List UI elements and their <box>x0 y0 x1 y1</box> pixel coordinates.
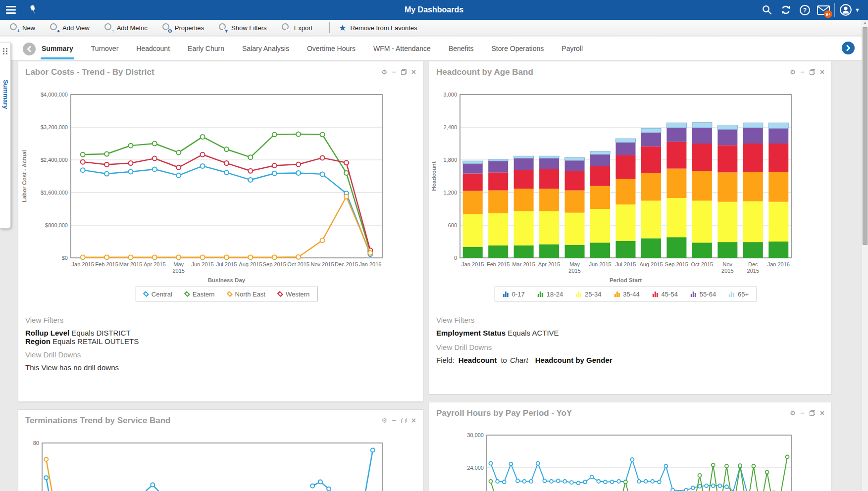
header-divider <box>834 3 835 17</box>
toolbar-icon: → <box>282 23 291 32</box>
tab-early-churn[interactable]: Early Churn <box>188 45 224 52</box>
panel-payroll-hours-yoy: Payroll Hours by Pay Period - YoY ⚙ – × … <box>429 402 832 491</box>
svg-text:May: May <box>569 261 580 267</box>
drill-down-field-line: Field:Headcount toChart Headcount by Gen… <box>436 356 613 364</box>
minimize-icon[interactable]: – <box>392 69 396 75</box>
panel-title: Terminations Trend by Service Band <box>25 416 381 426</box>
popout-icon[interactable] <box>401 418 407 423</box>
filter-row: Rollup Level Equals DISTRICT <box>25 329 139 337</box>
toolbar-button-export[interactable]: →Export <box>282 23 313 32</box>
user-avatar-icon[interactable] <box>838 0 854 20</box>
legend-marker <box>538 292 543 297</box>
legend-marker <box>503 292 509 297</box>
toolbar-icon: ↑ <box>104 23 113 32</box>
svg-text:Labor Cost - Actual: Labor Cost - Actual <box>21 150 27 202</box>
panel-title: Labor Costs - Trend - By District <box>25 67 381 77</box>
help-icon[interactable]: ? <box>797 0 813 20</box>
tab-benefits[interactable]: Benefits <box>449 45 474 52</box>
svg-text:Jun 2015: Jun 2015 <box>191 261 213 267</box>
hamburger-menu-icon[interactable] <box>0 0 22 20</box>
panel-headcount-age-band: Headcount by Age Band ⚙ – × 06001,2001,8… <box>429 61 832 394</box>
close-icon[interactable]: × <box>820 69 824 75</box>
svg-text:Apr 2015: Apr 2015 <box>144 261 166 267</box>
app-header: My Dashboards ? 9+ ▼ <box>0 0 868 20</box>
svg-text:Sep 2015: Sep 2015 <box>263 261 286 267</box>
gear-icon[interactable]: ⚙ <box>381 417 387 424</box>
close-icon[interactable]: × <box>411 418 416 424</box>
chart-legend: CentralEasternNorth EastWestern <box>136 287 318 301</box>
svg-text:600: 600 <box>448 222 457 228</box>
remove-from-favorites-button[interactable]: Remove from Favorites <box>350 24 417 32</box>
close-icon[interactable]: × <box>411 69 416 75</box>
svg-text:Jul 2015: Jul 2015 <box>615 261 636 267</box>
view-filters-label: View Filters <box>436 316 474 324</box>
view-flyout-tab[interactable]: Summary <box>0 43 11 229</box>
svg-text:$800,000: $800,000 <box>45 222 68 228</box>
toolbar-button-show-filters[interactable]: ▼Show Filters <box>219 23 267 32</box>
gear-icon[interactable]: ⚙ <box>790 410 796 416</box>
popout-icon[interactable] <box>401 69 407 75</box>
minimize-icon[interactable]: – <box>392 417 396 424</box>
flyout-view-label[interactable]: Summary <box>1 80 9 109</box>
svg-text:30,000: 30,000 <box>467 432 484 438</box>
svg-text:Period Start: Period Start <box>610 277 642 283</box>
drag-handle-icon[interactable] <box>3 48 7 54</box>
legend-item: 65+ <box>729 291 749 298</box>
svg-text:2015: 2015 <box>568 268 580 274</box>
view-filters-list: Rollup Level Equals DISTRICT Region Equa… <box>25 329 139 345</box>
legend-item: 0-17 <box>503 291 525 298</box>
legend-item: 55-64 <box>691 291 716 298</box>
dashboard-tabbar: SummaryTurnoverHeadcountEarly ChurnSalar… <box>0 37 862 61</box>
toolbar-divider <box>329 22 330 33</box>
drill-downs-text: This View has no drill downs <box>25 363 119 372</box>
tab-headcount[interactable]: Headcount <box>136 45 170 52</box>
panel-labor-costs: Labor Costs - Trend - By District ⚙ – × … <box>18 61 423 402</box>
toolbar-button-properties[interactable]: ⚙Properties <box>162 23 204 32</box>
close-icon[interactable]: × <box>820 410 824 416</box>
toolbar-button-add-view[interactable]: ●Add View <box>50 23 90 32</box>
toolbar-button-add-metric[interactable]: ↑Add Metric <box>104 23 148 32</box>
svg-text:Headcount: Headcount <box>431 161 437 191</box>
chart-legend: 0-1718-2425-3435-4445-5455-6465+ <box>495 287 757 301</box>
tab-summary[interactable]: Summary <box>42 45 73 52</box>
gear-icon[interactable]: ⚙ <box>381 69 387 75</box>
tabs-scroll-right-button[interactable] <box>842 42 855 54</box>
favorite-star-icon[interactable]: ★ <box>339 23 346 33</box>
pin-icon[interactable] <box>22 0 44 20</box>
gear-icon[interactable]: ⚙ <box>790 69 796 75</box>
tab-turnover[interactable]: Turnover <box>91 45 119 52</box>
chevron-down-icon[interactable]: ▼ <box>855 7 860 13</box>
scrollbar-thumb[interactable] <box>863 27 868 245</box>
drill-downs-label: View Drill Downs <box>436 343 492 351</box>
tab-store-operations[interactable]: Store Operations <box>491 45 544 52</box>
tabs-scroll-left-button[interactable] <box>23 43 36 55</box>
legend-item: Western <box>278 291 309 298</box>
tab-overtime-hours[interactable]: Overtime Hours <box>307 45 356 52</box>
tab-payroll[interactable]: Payroll <box>562 45 583 52</box>
svg-text:Jul 2015: Jul 2015 <box>216 261 237 267</box>
mail-icon[interactable]: 9+ <box>816 0 831 20</box>
toolbar-icon: ● <box>50 23 59 32</box>
legend-item: 35-44 <box>614 291 639 298</box>
legend-marker <box>576 292 581 297</box>
scrollbar-up-arrow[interactable]: ▲ <box>862 21 868 25</box>
legend-marker <box>691 292 696 297</box>
svg-text:Dec 2015: Dec 2015 <box>335 261 358 267</box>
minimize-icon[interactable]: – <box>801 69 805 75</box>
minimize-icon[interactable]: – <box>801 410 805 416</box>
svg-text:Feb 2015: Feb 2015 <box>487 261 510 267</box>
svg-text:?: ? <box>803 7 806 14</box>
filter-row: Region Equals RETAIL OUTLETS <box>25 337 139 345</box>
legend-marker <box>226 291 232 297</box>
vertical-scrollbar[interactable]: ▲ <box>862 20 868 491</box>
popout-icon[interactable] <box>810 410 815 416</box>
tab-salary-analysis[interactable]: Salary Analysis <box>242 45 289 52</box>
tab-wfm-attendance[interactable]: WFM - Attendance <box>373 45 431 52</box>
search-icon[interactable] <box>759 0 775 20</box>
svg-text:Aug 2015: Aug 2015 <box>639 261 663 267</box>
popout-icon[interactable] <box>810 69 815 75</box>
refresh-icon[interactable] <box>778 0 794 20</box>
svg-text:2,400: 2,400 <box>443 124 457 130</box>
toolbar-button-new[interactable]: +New <box>10 23 35 32</box>
svg-text:$0: $0 <box>62 255 68 261</box>
